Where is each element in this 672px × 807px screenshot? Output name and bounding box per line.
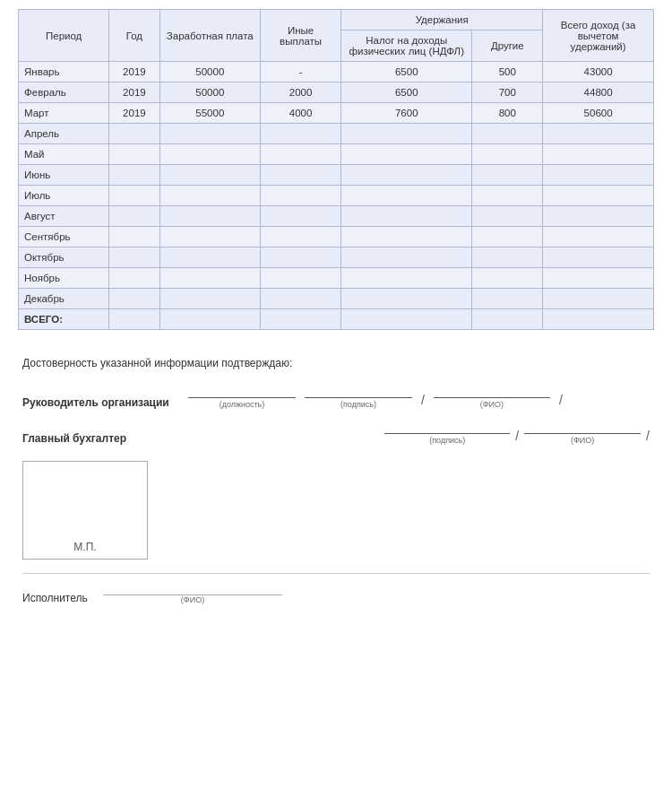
- accountant-name-hint: (ФИО): [571, 436, 594, 445]
- header-deductions-group: Удержания: [341, 10, 543, 30]
- accountant-slash1: /: [515, 429, 519, 443]
- director-name-line: [434, 382, 550, 398]
- director-name-group: (ФИО): [434, 382, 550, 409]
- director-slash2: /: [559, 393, 563, 407]
- director-name-hint: (ФИО): [480, 400, 504, 409]
- accountant-signature-group: (подпись): [384, 418, 510, 445]
- table-row: Ноябрь: [19, 268, 654, 289]
- accountant-label: Главный бухгалтер: [22, 432, 179, 445]
- director-label: Руководитель организации: [22, 396, 179, 409]
- director-signature-hint: (подпись): [340, 400, 376, 409]
- table-row: Июль: [19, 186, 654, 206]
- header-others: Другие: [472, 30, 543, 62]
- table-row: Август: [19, 206, 654, 227]
- total-row: ВСЕГО:: [19, 309, 654, 330]
- accountant-signature-line: [384, 418, 510, 434]
- income-table: Период Год Заработная плата Иные выплаты…: [18, 9, 654, 330]
- accountant-name-group: (ФИО): [524, 418, 641, 445]
- table-row: Сентябрь: [19, 227, 654, 247]
- stamp-label: М.П.: [73, 541, 96, 553]
- executor-label: Исполнитель: [22, 592, 94, 604]
- table-row: Январь201950000-650050043000: [19, 62, 654, 82]
- director-signature-line: [305, 382, 412, 398]
- table-row: Октябрь: [19, 247, 654, 268]
- table-row: Февраль2019500002000650070044800: [19, 82, 654, 103]
- director-position-hint: (должность): [220, 400, 265, 409]
- executor-name-hint: (ФИО): [181, 595, 204, 604]
- director-position-line: [188, 382, 296, 398]
- accountant-row: Главный бухгалтер (подпись) / (ФИО) /: [22, 418, 650, 445]
- confirm-text: Достоверность указанной информации подтв…: [22, 357, 650, 369]
- executor-name-line: [103, 579, 282, 595]
- table-row: Апрель: [19, 124, 654, 144]
- page: Период Год Заработная плата Иные выплаты…: [0, 0, 672, 807]
- table-row: Март2019550004000760080050600: [19, 103, 654, 124]
- accountant-signature-hint: (подпись): [429, 436, 465, 445]
- director-position-group: (должность): [188, 382, 296, 409]
- table-row: Май: [19, 144, 654, 165]
- header-ndfl: Налог на доходы физических лиц (НДФЛ): [341, 30, 472, 62]
- director-row: Руководитель организации (должность) (по…: [22, 382, 650, 409]
- accountant-name-line: [524, 418, 641, 434]
- table-row: Июнь: [19, 165, 654, 186]
- table-row: Декабрь: [19, 289, 654, 309]
- header-salary: Заработная плата: [159, 10, 261, 62]
- director-signature-group: (подпись): [305, 382, 412, 409]
- header-year: Год: [109, 10, 159, 62]
- executor-row: Исполнитель (ФИО): [22, 579, 650, 604]
- accountant-slash2: /: [646, 429, 650, 443]
- executor-section: Исполнитель (ФИО): [22, 573, 650, 604]
- director-slash1: /: [421, 393, 425, 407]
- stamp-box: М.П.: [22, 461, 148, 560]
- signature-section: Достоверность указанной информации подтв…: [18, 357, 654, 604]
- header-other-payments: Иные выплаты: [261, 10, 341, 62]
- header-total: Всего доход (за вычетом удержаний): [543, 10, 654, 62]
- header-period: Период: [19, 10, 109, 62]
